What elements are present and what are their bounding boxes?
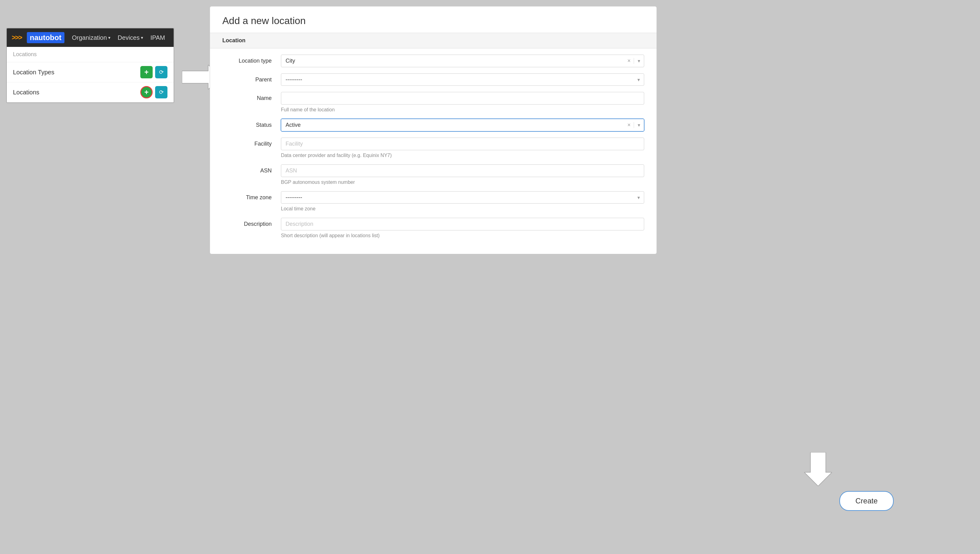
sync-location-button[interactable]: ⟳	[155, 86, 167, 99]
parent-select[interactable]: ---------	[281, 73, 644, 86]
location-type-clear-button[interactable]: ×	[624, 58, 634, 64]
status-label: Status	[222, 119, 272, 128]
time-zone-row: Time zone --------- Local time zone	[222, 191, 644, 212]
parent-field: ---------	[281, 73, 644, 86]
asn-row: ASN BGP autonomous system number	[222, 164, 644, 185]
dropdown-area: Locations Location Types + ⟳ Locations +…	[7, 47, 173, 102]
sync-location-type-button[interactable]: ⟳	[155, 66, 167, 78]
location-type-arrow-icon[interactable]: ▾	[634, 58, 644, 64]
status-value: Active	[281, 119, 624, 131]
time-zone-hint: Local time zone	[281, 206, 644, 212]
create-button[interactable]: Create	[839, 491, 894, 511]
location-type-select[interactable]: City × ▾	[281, 54, 644, 67]
parent-select-wrapper: ---------	[281, 73, 644, 86]
description-input[interactable]	[281, 218, 644, 231]
name-label: Name	[222, 92, 272, 102]
locations-buttons: + ⟳	[140, 86, 167, 99]
dropdown-header: Locations	[7, 47, 173, 62]
time-zone-select-wrapper: ---------	[281, 191, 644, 204]
time-zone-field: --------- Local time zone	[281, 191, 644, 212]
asn-field: BGP autonomous system number	[281, 164, 644, 185]
name-row: Name Vancouver Full name of the location	[222, 92, 644, 113]
description-row: Description Short description (will appe…	[222, 218, 644, 239]
section-header: Location	[210, 33, 657, 48]
asn-hint: BGP autonomous system number	[281, 180, 644, 185]
description-field: Short description (will appear in locati…	[281, 218, 644, 239]
dropdown-row-location-types: Location Types + ⟳	[7, 62, 173, 82]
nav-items: Organization ▾ Devices ▾ IPAM	[69, 33, 167, 43]
facility-input[interactable]	[281, 138, 644, 150]
status-select[interactable]: Active × ▾	[281, 119, 644, 131]
right-panel: Add a new location Location Location typ…	[210, 6, 657, 254]
form-title: Add a new location	[210, 6, 657, 33]
dropdown-row-locations: Locations + ⟳	[7, 82, 173, 102]
time-zone-select[interactable]: ---------	[281, 191, 644, 204]
location-type-value: City	[281, 55, 624, 67]
facility-label: Facility	[222, 138, 272, 147]
status-row: Status Active × ▾	[222, 119, 644, 131]
nav-item-ipam[interactable]: IPAM	[148, 33, 167, 43]
asn-label: ASN	[222, 164, 272, 174]
location-type-field: City × ▾	[281, 54, 644, 67]
navbar: >>> nautobot Organization ▾ Devices ▾ IP…	[7, 29, 173, 47]
locations-label: Locations	[13, 89, 40, 96]
parent-row: Parent ---------	[222, 73, 644, 86]
description-hint: Short description (will appear in locati…	[281, 233, 644, 239]
brand-arrows: >>>	[12, 33, 22, 41]
form-body: Location type City × ▾ Parent ---------	[210, 48, 657, 254]
location-type-row: Location type City × ▾	[222, 54, 644, 67]
facility-hint: Data center provider and facility (e.g. …	[281, 153, 644, 158]
facility-row: Facility Data center provider and facili…	[222, 138, 644, 158]
parent-label: Parent	[222, 73, 272, 83]
chevron-down-icon: ▾	[108, 35, 110, 40]
time-zone-label: Time zone	[222, 191, 272, 201]
facility-field: Data center provider and facility (e.g. …	[281, 138, 644, 158]
status-arrow-icon[interactable]: ▾	[634, 122, 644, 128]
add-location-button[interactable]: +	[140, 86, 153, 99]
location-types-label: Location Types	[13, 69, 54, 76]
chevron-down-icon: ▾	[141, 35, 143, 40]
status-clear-button[interactable]: ×	[624, 122, 634, 128]
location-type-label: Location type	[222, 54, 272, 64]
description-label: Description	[222, 218, 272, 227]
svg-marker-1	[804, 452, 832, 486]
nav-item-organization[interactable]: Organization ▾	[69, 33, 113, 43]
location-types-buttons: + ⟳	[140, 66, 167, 78]
status-field: Active × ▾	[281, 119, 644, 131]
brand-name: nautobot	[27, 32, 65, 43]
nav-item-devices[interactable]: Devices ▾	[115, 33, 146, 43]
arrow-down	[804, 452, 832, 486]
name-field: Vancouver Full name of the location	[281, 92, 644, 113]
left-panel: >>> nautobot Organization ▾ Devices ▾ IP…	[6, 28, 174, 103]
name-hint: Full name of the location	[281, 107, 644, 113]
add-location-type-button[interactable]: +	[140, 66, 153, 78]
name-input[interactable]: Vancouver	[281, 92, 644, 105]
asn-input[interactable]	[281, 164, 644, 177]
